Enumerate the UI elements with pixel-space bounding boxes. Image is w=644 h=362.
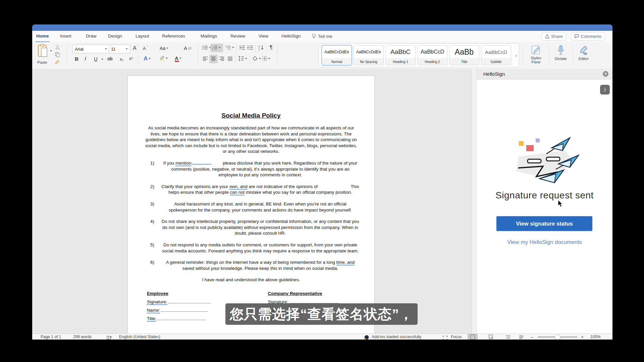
underline-button[interactable]: U — [94, 56, 98, 62]
strikethrough-button[interactable]: ab — [107, 56, 113, 61]
subscript-button[interactable]: x₂ — [120, 57, 124, 62]
doc-intro-paragraph: As social media becomes an increasingly … — [143, 125, 359, 155]
grow-font-button[interactable]: Aˆ — [133, 45, 139, 51]
style-heading-1[interactable]: AaBbCHeading 1 — [385, 45, 416, 65]
sort-button[interactable]: AZ — [258, 45, 264, 51]
word-count[interactable]: 299 words — [73, 334, 92, 340]
change-case-button[interactable]: Aa — [160, 46, 168, 51]
tab-review[interactable]: Review — [230, 31, 246, 42]
superscript-button[interactable]: x² — [129, 56, 133, 61]
italic-button[interactable]: I — [85, 56, 86, 62]
share-icon — [545, 34, 549, 39]
vertical-scrollbar[interactable] — [472, 69, 477, 334]
multilevel-list-button[interactable] — [225, 45, 234, 50]
focus-icon[interactable] — [443, 335, 447, 340]
tab-insert[interactable]: Insert — [59, 31, 72, 42]
align-center-button[interactable] — [211, 57, 216, 61]
tab-home[interactable]: Home — [36, 31, 50, 43]
styles-pane-button[interactable]: Styles Pane — [527, 45, 545, 64]
styles-pane-label: Styles Pane — [528, 56, 544, 64]
outline-view-button[interactable] — [503, 334, 513, 340]
bold-button[interactable]: B — [75, 56, 78, 62]
draft-view-button[interactable] — [516, 334, 526, 340]
share-label: Share — [551, 34, 563, 39]
print-layout-view-button[interactable] — [468, 334, 478, 340]
page-count[interactable]: Page 1 of 1 — [41, 334, 61, 340]
clear-formatting-button[interactable]: A — [184, 45, 191, 51]
pilcrow-button[interactable]: ¶ — [270, 45, 273, 51]
zoom-in-button[interactable]: + — [581, 334, 584, 340]
style-title[interactable]: AaBbTitle — [449, 45, 479, 65]
increase-indent-button[interactable] — [247, 45, 253, 50]
line-spacing-button[interactable] — [238, 56, 247, 61]
zoom-out-button[interactable]: – — [531, 334, 533, 340]
decrease-indent-button[interactable] — [239, 45, 245, 50]
cut-icon[interactable] — [55, 45, 60, 50]
spellcheck-icon[interactable] — [107, 335, 112, 340]
document-page[interactable]: Social Media Policy As social media beco… — [127, 75, 375, 334]
group-separator — [198, 45, 198, 65]
tab-view[interactable]: View — [258, 31, 269, 42]
shrink-font-button[interactable]: Aˇ — [143, 46, 148, 51]
tab-mailings[interactable]: Mailings — [200, 31, 218, 42]
paste-button[interactable] — [37, 44, 52, 58]
document-canvas[interactable]: Social Media Policy As social media beco… — [32, 69, 472, 334]
justify-button[interactable] — [228, 57, 233, 61]
comments-button[interactable]: Comments — [571, 32, 605, 41]
tab-layout[interactable]: Layout — [135, 31, 150, 42]
share-button[interactable]: Share — [542, 32, 566, 41]
styles-gallery-expand[interactable]: › — [516, 53, 517, 58]
styles-pane-icon — [531, 45, 541, 55]
ribbon-tabs-row: Home Insert Draw Design Layout Reference… — [32, 31, 612, 42]
style-normal[interactable]: AaBbCcDdEeNormal — [322, 45, 352, 65]
tab-design[interactable]: Design — [107, 31, 123, 42]
format-painter-icon[interactable] — [55, 59, 60, 65]
language-indicator[interactable]: English (United States) — [119, 334, 160, 340]
info-icon[interactable]: i — [600, 85, 610, 95]
style-subtitle[interactable]: AaBbCcDSubtitle — [481, 45, 511, 65]
group-separator — [67, 45, 67, 65]
window-title-bar[interactable] — [32, 24, 612, 31]
signature-request-status-text: Signature request sent — [477, 190, 612, 201]
view-hellosign-documents-link[interactable]: View my HelloSign documents — [477, 239, 612, 245]
numbering-button[interactable]: 123 — [212, 45, 221, 50]
style-no-spacing[interactable]: AaBbCcDdEeNo Spacing — [354, 45, 384, 65]
editor-pencil-icon — [578, 45, 589, 56]
shading-button[interactable] — [253, 56, 261, 61]
copy-icon[interactable] — [55, 52, 60, 57]
align-left-button[interactable] — [203, 57, 208, 61]
paste-dropdown-chevron[interactable] — [50, 50, 52, 52]
dictate-button[interactable]: Dictate — [551, 45, 570, 61]
bullets-button[interactable] — [202, 45, 211, 50]
align-right-button[interactable] — [219, 57, 224, 61]
editor-button[interactable]: Editor — [575, 45, 592, 61]
sort-a-glyph: A — [258, 45, 260, 48]
style-heading-2[interactable]: AaBbCcDHeading 2 — [417, 45, 447, 65]
group-separator — [277, 45, 277, 65]
video-subtitle-overlay: 您只需选择“查看签名状态”， — [225, 303, 418, 325]
dictate-mic-icon — [557, 45, 565, 56]
close-panel-icon[interactable]: ✕ — [603, 71, 608, 77]
tell-me[interactable]: Tell me — [312, 31, 332, 42]
web-layout-view-button[interactable] — [486, 334, 496, 340]
font-color-button[interactable]: A — [175, 55, 181, 61]
print-layout-icon — [471, 335, 475, 339]
highlight-button[interactable] — [159, 55, 168, 61]
tab-references[interactable]: References — [161, 31, 186, 42]
zoom-percentage[interactable]: 100% — [590, 334, 601, 340]
tab-hellosign[interactable]: HelloSign — [281, 31, 302, 42]
underline-chevron[interactable] — [101, 59, 103, 60]
borders-button[interactable] — [262, 56, 270, 61]
zoom-slider-knob[interactable] — [555, 335, 560, 340]
focus-label[interactable]: Focus — [451, 334, 462, 340]
tab-draw[interactable]: Draw — [85, 31, 97, 42]
font-color-swatch — [175, 61, 179, 62]
font-size-select[interactable]: 11 — [109, 45, 130, 53]
text-effects-button[interactable]: A — [144, 55, 151, 62]
paste-label: Paste — [36, 60, 49, 64]
mini-separator — [250, 55, 250, 64]
styles-gallery: AaBbCcDdEeNormal AaBbCcDdEeNo Spacing Aa… — [319, 43, 519, 67]
view-signature-status-button[interactable]: View signature status — [496, 216, 592, 231]
font-name-select[interactable]: Arial — [72, 45, 109, 53]
group-separator — [523, 45, 523, 65]
